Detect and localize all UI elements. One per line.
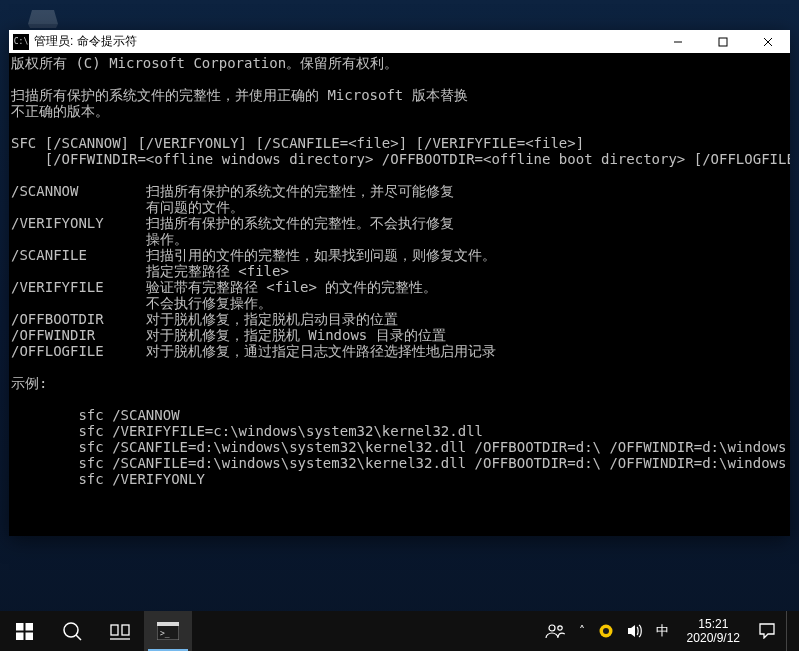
action-center-icon[interactable] <box>756 611 778 651</box>
command-prompt-window: C:\ 管理员: 命令提示符 版权所有 (C) Microsoft Corpor… <box>9 30 790 536</box>
svg-rect-4 <box>16 623 24 631</box>
cmd-icon: C:\ <box>13 34 29 50</box>
clock-date: 2020/9/12 <box>687 631 740 645</box>
svg-point-8 <box>64 623 78 637</box>
svg-rect-14 <box>157 622 179 626</box>
svg-rect-10 <box>111 625 118 635</box>
system-tray: ˄ 中 15:21 2020/9/12 <box>538 611 799 651</box>
svg-line-9 <box>76 635 81 640</box>
recycle-bin-icon[interactable] <box>22 2 64 30</box>
svg-rect-11 <box>122 625 129 635</box>
svg-rect-5 <box>25 623 33 631</box>
security-icon[interactable] <box>596 611 616 651</box>
task-view-button[interactable] <box>96 611 144 651</box>
start-button[interactable] <box>0 611 48 651</box>
svg-rect-1 <box>719 38 727 46</box>
ime-indicator[interactable]: 中 <box>654 611 671 651</box>
clock-time: 15:21 <box>698 617 728 631</box>
minimize-button[interactable] <box>655 30 700 53</box>
taskbar: >_ ˄ <box>0 611 799 651</box>
tray-chevron-up-icon[interactable]: ˄ <box>576 611 588 651</box>
close-button[interactable] <box>745 30 790 53</box>
show-desktop-button[interactable] <box>786 611 793 651</box>
search-button[interactable] <box>48 611 96 651</box>
window-title: 管理员: 命令提示符 <box>34 33 137 50</box>
titlebar[interactable]: C:\ 管理员: 命令提示符 <box>9 30 790 53</box>
taskbar-clock[interactable]: 15:21 2020/9/12 <box>679 617 748 645</box>
svg-point-19 <box>603 628 609 634</box>
svg-rect-6 <box>16 632 24 640</box>
maximize-button[interactable] <box>700 30 745 53</box>
people-icon[interactable] <box>542 611 568 651</box>
desktop: C:\ 管理员: 命令提示符 版权所有 (C) Microsoft Corpor… <box>0 0 799 651</box>
terminal-output[interactable]: 版权所有 (C) Microsoft Corporation。保留所有权利。 扫… <box>9 53 790 536</box>
volume-icon[interactable] <box>624 611 646 651</box>
taskbar-app-cmd[interactable]: >_ <box>144 611 192 651</box>
svg-point-16 <box>549 625 555 631</box>
svg-text:>_: >_ <box>160 629 170 638</box>
svg-rect-7 <box>25 632 33 640</box>
svg-point-17 <box>557 626 561 630</box>
